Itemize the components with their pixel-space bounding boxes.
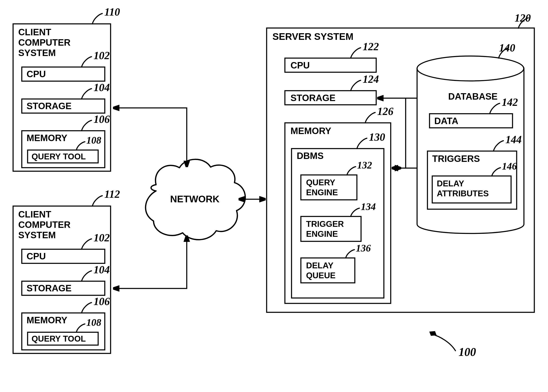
server-title: SERVER SYSTEM [272,31,353,42]
client1-cpu: CPU [27,69,46,79]
server-storage: STORAGE [291,93,335,103]
triggers-label: TRIGGERS [432,154,480,164]
ref-112: 112 [104,188,120,200]
ref-104-c2: 104 [94,264,110,276]
svg-point-18 [417,56,524,81]
ref-126: 126 [377,105,393,117]
client2-query-tool: QUERY TOOL [32,334,86,343]
figure-ref: 100 [429,330,476,358]
ref-100: 100 [458,345,476,358]
server-system: 120 SERVER SYSTEM CPU 122 STORAGE 124 ME… [267,12,534,312]
ref-140: 140 [499,42,515,54]
ref-110: 110 [104,6,120,18]
ref-122: 122 [363,41,379,53]
ref-106-c2: 106 [94,295,110,307]
ref-108-c2: 108 [86,317,101,328]
ref-132: 132 [357,160,372,171]
ref-106-c1: 106 [94,113,110,125]
ref-134: 134 [361,201,376,212]
ref-130: 130 [369,131,385,143]
svg-marker-23 [113,105,119,111]
ref-120: 120 [515,12,531,24]
server-memory: MEMORY [291,126,331,136]
client-system-1: 110 CLIENT COMPUTER SYSTEM CPU 102 STORA… [13,6,120,171]
client1-storage: STORAGE [27,101,72,111]
client1-query-tool: QUERY TOOL [32,152,86,161]
ref-136: 136 [356,243,371,254]
server-cpu: CPU [291,60,310,70]
svg-marker-25 [113,285,119,292]
ref-108-c1: 108 [86,135,101,146]
data-label: DATA [434,116,458,126]
database-label: DATABASE [448,91,498,101]
database-cylinder: 140 DATABASE DATA 142 TRIGGERS 144 DELAY… [417,42,524,233]
ref-102-c1: 102 [94,49,110,61]
client2-storage: STORAGE [27,283,72,293]
client2-memory: MEMORY [27,315,67,325]
client2-cpu: CPU [27,251,46,261]
ref-102-c2: 102 [94,232,110,244]
ref-124: 124 [363,73,379,85]
ref-146: 146 [502,161,517,172]
ref-104-c1: 104 [94,82,110,93]
client1-memory: MEMORY [27,133,67,143]
network-label: NETWORK [170,194,220,204]
network-cloud: NETWORK [146,159,245,240]
dbms-label: DBMS [297,151,324,161]
svg-marker-27 [259,196,266,202]
ref-142: 142 [502,96,518,108]
client-system-2: 112 CLIENT COMPUTER SYSTEM CPU 102 STORA… [13,188,120,353]
ref-144: 144 [506,134,522,146]
